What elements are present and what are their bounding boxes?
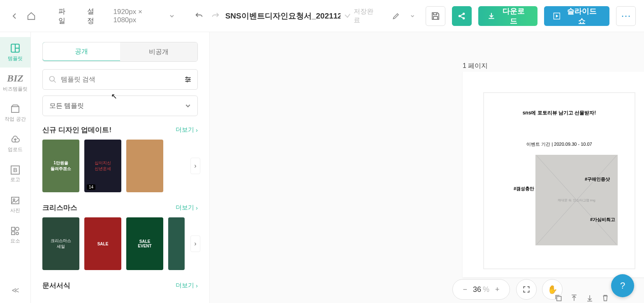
move-down-icon[interactable] (586, 294, 594, 302)
save-status-text: 저장완료 (354, 7, 380, 25)
filter-icon[interactable] (184, 76, 192, 83)
undo-button[interactable] (192, 9, 206, 23)
save-icon-button[interactable] (426, 6, 445, 26)
template-thumb[interactable]: 1만원을 돌려주겠소 (42, 140, 79, 192)
template-thumbnails: 1만원을 돌려주겠소 십이지신 신년운세14 › (42, 140, 198, 192)
svg-rect-7 (12, 107, 19, 112)
sidebar-item-photo[interactable]: 사진 (0, 189, 30, 220)
zoom-unit: % (483, 285, 489, 294)
chevron-right-icon: › (196, 204, 198, 211)
redo-button[interactable] (209, 9, 222, 23)
biz-icon: BIZ (7, 73, 23, 84)
next-arrow-button[interactable]: › (190, 235, 200, 252)
page-tools (554, 294, 609, 302)
templates-panel: 공개 비공개 ↖ 모든 템플릿 신규 디자인 업데이트! 더보기 › 1만원을 … (31, 32, 210, 303)
dropdown-value: 모든 템플릿 (49, 102, 84, 110)
download-icon (487, 12, 496, 20)
template-category-dropdown[interactable]: 모든 템플릿 (42, 96, 198, 116)
svg-point-20 (189, 79, 190, 80)
hashtag-text: #갬성충만 (514, 186, 534, 192)
sidebar-label: 템플릿 (8, 55, 23, 62)
sidebar-item-upload[interactable]: 업로드 (0, 128, 30, 159)
page-label: 1 페이지 (463, 62, 488, 70)
template-thumb[interactable]: 크리스마스 세일 (42, 217, 79, 270)
download-label: 다운로드 (499, 6, 528, 26)
zoom-out-button[interactable]: − (463, 285, 467, 294)
edit-button[interactable] (389, 9, 403, 23)
svg-point-19 (186, 77, 188, 78)
svg-rect-12 (12, 232, 15, 235)
image-placeholder: 캐대문 속 인스타그램 img (535, 155, 618, 245)
more-menu-button[interactable]: ⋯ (616, 6, 636, 26)
sidebar-item-logo[interactable]: B 로고 (0, 159, 30, 189)
help-button[interactable]: ? (611, 274, 634, 297)
template-thumb[interactable]: 십이지신 신년운세14 (84, 140, 121, 192)
sidebar-item-templates[interactable]: 템플릿 (0, 37, 30, 68)
next-arrow-button[interactable]: › (190, 158, 200, 174)
svg-rect-10 (12, 227, 15, 231)
fullscreen-button[interactable] (516, 279, 537, 300)
file-menu[interactable]: 파일 (53, 7, 78, 26)
template-thumb[interactable]: SALE EVENT (126, 217, 163, 270)
more-link[interactable]: 더보기 › (176, 204, 198, 212)
svg-point-11 (16, 227, 19, 231)
canvas-page[interactable]: sns에 포토리뷰 남기고 선물받자! 이벤트 기간 | 2020.09.30 … (463, 72, 644, 277)
chevron-right-icon: › (196, 126, 198, 133)
save-status: 저장완료 (344, 7, 380, 25)
canvas-dimensions[interactable]: 1920px × 1080px (110, 8, 178, 24)
template-thumbnails: 크리스마스 세일 SALE SALE EVENT › (42, 217, 198, 270)
upload-icon (10, 135, 20, 145)
svg-line-15 (54, 81, 56, 83)
chevron-down-icon (169, 14, 174, 19)
template-icon (10, 43, 21, 54)
template-thumb[interactable] (126, 140, 163, 192)
photo-icon (10, 196, 20, 205)
tab-public[interactable]: 공개 (42, 42, 120, 61)
chevron-right-icon: › (196, 282, 198, 289)
document-title-input[interactable] (225, 12, 341, 21)
sidebar-item-workspace[interactable]: 작업 공간 (0, 98, 30, 128)
delete-icon[interactable] (601, 294, 609, 302)
template-thumb[interactable]: SALE (84, 217, 121, 270)
section-title: 크리스마스 (42, 203, 77, 212)
sidebar-label: 로고 (10, 176, 20, 183)
sidebar-label: 작업 공간 (5, 116, 25, 123)
svg-point-21 (187, 81, 188, 82)
template-thumb[interactable] (168, 217, 185, 270)
back-button[interactable] (8, 9, 21, 23)
search-icon (49, 75, 57, 84)
more-link[interactable]: 더보기 › (176, 282, 198, 289)
svg-point-13 (16, 232, 19, 235)
sidebar-item-biz-templates[interactable]: BIZ 비즈템플릿 (0, 68, 30, 98)
dimensions-text: 1920px × 1080px (114, 8, 167, 24)
workspace-icon (10, 104, 20, 114)
logo-icon: B (11, 165, 20, 175)
sidebar-label: 비즈템플릿 (3, 86, 28, 93)
slideshow-button[interactable]: 슬라이드쇼 (544, 6, 610, 26)
sidebar-label: 사진 (10, 207, 20, 214)
search-input[interactable] (61, 76, 180, 83)
section-title: 신규 디자인 업데이트! (42, 125, 111, 135)
collapse-sidebar-button[interactable]: ≪ (12, 286, 19, 295)
share-button[interactable] (452, 6, 472, 26)
svg-point-14 (50, 77, 55, 82)
edit-dropdown[interactable] (406, 9, 419, 23)
move-up-icon[interactable] (570, 294, 578, 302)
more-link[interactable]: 더보기 › (176, 126, 198, 134)
slideshow-label: 슬라이드쇼 (563, 6, 600, 26)
home-button[interactable] (25, 9, 38, 23)
canvas-area: 1 페이지 sns에 포토리뷰 남기고 선물받자! 이벤트 기간 | 2020.… (210, 32, 644, 303)
top-toolbar: 파일 설정 1920px × 1080px 저장완료 다운로드 슬라이드쇼 ⋯ (0, 0, 644, 32)
svg-rect-22 (557, 296, 561, 301)
duplicate-icon[interactable] (554, 294, 563, 302)
sidebar-item-elements[interactable]: 요소 (0, 220, 30, 250)
tab-private[interactable]: 비공개 (120, 42, 197, 61)
check-icon (344, 12, 351, 20)
zoom-value: 36 (473, 285, 481, 294)
section-header: 신규 디자인 업데이트! 더보기 › (42, 125, 198, 135)
download-button[interactable]: 다운로드 (478, 6, 537, 26)
settings-menu[interactable]: 설정 (81, 7, 107, 26)
chevron-down-icon (185, 103, 191, 109)
zoom-control: − 36 % + (452, 279, 510, 300)
zoom-in-button[interactable]: + (495, 285, 500, 294)
